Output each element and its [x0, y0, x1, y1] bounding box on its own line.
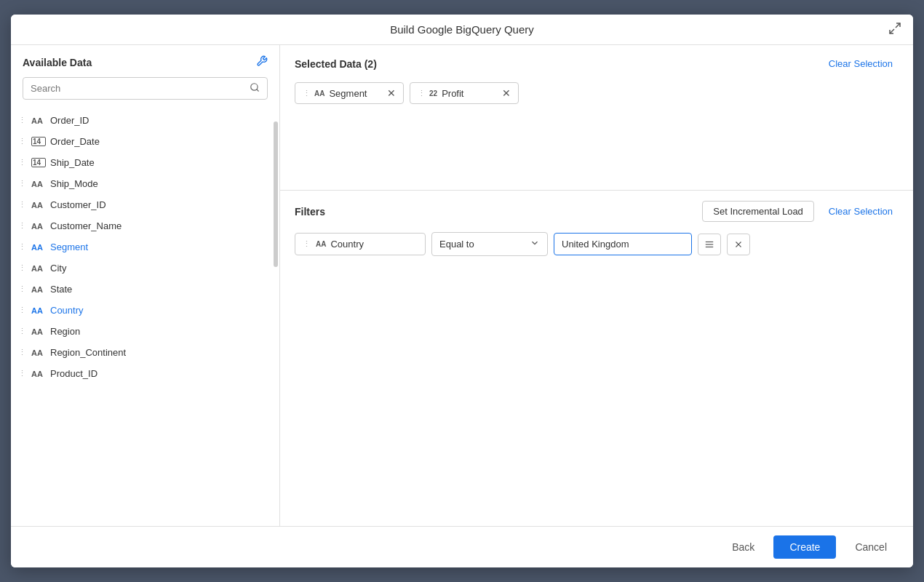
item-name-region_continent: Region_Continent — [50, 347, 126, 358]
chip-close-chip_profit[interactable]: ✕ — [502, 87, 511, 99]
item-name-region: Region — [50, 326, 80, 337]
main-modal: Build Google BigQuery Query Available Da… — [11, 15, 913, 567]
type-icon-product_id: AA — [31, 370, 46, 378]
set-incremental-button[interactable]: Set Incremental Load — [702, 201, 814, 222]
modal-title: Build Google BigQuery Query — [390, 23, 534, 36]
sidebar-header: Available Data — [11, 45, 279, 77]
drag-handle-customer_id: ⋮ — [18, 200, 25, 210]
chip-chip_segment: ⋮ AA Segment ✕ — [295, 82, 404, 104]
sidebar-item-region[interactable]: ⋮ AA Region — [11, 321, 279, 342]
chip-type-chip_profit: 22 — [429, 89, 437, 97]
type-icon-order_id: AA — [31, 116, 46, 125]
type-icon-ship_date: 14 — [31, 158, 46, 167]
search-input[interactable] — [31, 83, 250, 94]
selected-data-title: Selected Data (2) — [295, 58, 377, 70]
sidebar-item-country[interactable]: ⋮ AA Country — [11, 300, 279, 321]
type-icon-state: AA — [31, 285, 46, 294]
chip-close-chip_segment[interactable]: ✕ — [387, 87, 396, 99]
item-name-segment: Segment — [50, 242, 88, 252]
filter-field-filter_country: ⋮ AA Country — [295, 233, 426, 255]
drag-handle-order_id: ⋮ — [18, 116, 25, 125]
svg-line-0 — [896, 23, 900, 28]
type-icon-segment: AA — [31, 243, 46, 252]
type-icon-city: AA — [31, 264, 46, 273]
clear-selection-button-filters[interactable]: Clear Selection — [823, 203, 899, 220]
filters-header: Filters Set Incremental Load Clear Selec… — [295, 201, 899, 222]
sidebar-item-order_date[interactable]: ⋮ 14 Order_Date — [11, 131, 279, 152]
item-name-product_id: Product_ID — [50, 368, 97, 379]
sidebar-list: ⋮ AA Order_ID ⋮ 14 Order_Date ⋮ 14 Ship_… — [11, 107, 279, 387]
item-name-order_date: Order_Date — [50, 136, 100, 147]
filter-drag-filter_country: ⋮ — [303, 239, 310, 249]
sidebar-item-segment[interactable]: ⋮ AA Segment — [11, 236, 279, 258]
clear-selection-button-top[interactable]: Clear Selection — [823, 55, 899, 72]
type-icon-ship_mode: AA — [31, 180, 46, 188]
item-name-country: Country — [50, 305, 84, 316]
chevron-down-icon — [530, 238, 540, 250]
type-icon-order_date: 14 — [31, 137, 46, 146]
scrollbar[interactable] — [274, 121, 278, 267]
wrench-icon[interactable] — [256, 55, 268, 70]
sidebar-title: Available Data — [23, 57, 92, 68]
item-name-ship_mode: Ship_Mode — [50, 178, 98, 189]
drag-handle-state: ⋮ — [18, 284, 25, 294]
filter-value-filter_country[interactable] — [554, 233, 692, 255]
sidebar-item-ship_mode[interactable]: ⋮ AA Ship_Mode — [11, 173, 279, 194]
selected-chips: ⋮ AA Segment ✕ ⋮ 22 Profit ✕ — [295, 82, 899, 104]
drag-handle-product_id: ⋮ — [18, 369, 25, 378]
drag-handle-customer_name: ⋮ — [18, 221, 25, 231]
type-icon-customer_name: AA — [31, 222, 46, 231]
item-name-ship_date: Ship_Date — [50, 157, 95, 168]
filter-condition-filter_country[interactable]: Equal to — [431, 232, 548, 256]
cancel-button[interactable]: Cancel — [843, 535, 899, 559]
filters-section: Filters Set Incremental Load Clear Selec… — [280, 191, 913, 526]
type-icon-region: AA — [31, 327, 46, 336]
sidebar-item-state[interactable]: ⋮ AA State — [11, 279, 279, 300]
modal-header: Build Google BigQuery Query — [11, 15, 913, 45]
chip-name-chip_profit: Profit — [442, 88, 495, 99]
search-box[interactable] — [23, 77, 268, 100]
chip-drag-chip_profit: ⋮ — [418, 89, 425, 98]
create-button[interactable]: Create — [773, 535, 836, 559]
sidebar: Available Data ⋮ — [11, 45, 280, 526]
main-content: Selected Data (2) Clear Selection ⋮ AA S… — [280, 45, 913, 526]
chip-chip_profit: ⋮ 22 Profit ✕ — [410, 82, 519, 104]
item-name-state: State — [50, 284, 72, 295]
filters-actions: Set Incremental Load Clear Selection — [702, 201, 899, 222]
drag-handle-region: ⋮ — [18, 327, 25, 336]
expand-icon[interactable] — [888, 22, 901, 38]
drag-handle-ship_mode: ⋮ — [18, 179, 25, 188]
chip-drag-chip_segment: ⋮ — [303, 89, 310, 98]
drag-handle-order_date: ⋮ — [18, 137, 25, 146]
selected-data-header: Selected Data (2) Clear Selection — [295, 55, 899, 72]
filter-rows: ⋮ AA Country Equal to — [295, 232, 899, 256]
chip-name-chip_segment: Segment — [329, 88, 380, 99]
modal-footer: Back Create Cancel — [11, 526, 913, 567]
filter-list-icon-filter_country[interactable] — [698, 234, 721, 255]
sidebar-item-city[interactable]: ⋮ AA City — [11, 258, 279, 279]
drag-handle-city: ⋮ — [18, 263, 25, 273]
item-name-customer_id: Customer_ID — [50, 199, 106, 210]
svg-line-1 — [890, 29, 894, 33]
item-name-customer_name: Customer_Name — [50, 220, 122, 231]
type-icon-region_continent: AA — [31, 348, 46, 357]
sidebar-item-product_id[interactable]: ⋮ AA Product_ID — [11, 363, 279, 384]
selected-data-section: Selected Data (2) Clear Selection ⋮ AA S… — [280, 45, 913, 191]
chip-type-chip_segment: AA — [314, 89, 324, 97]
sidebar-item-ship_date[interactable]: ⋮ 14 Ship_Date — [11, 152, 279, 173]
back-button[interactable]: Back — [720, 535, 766, 559]
modal-body: Available Data ⋮ — [11, 45, 913, 526]
type-icon-customer_id: AA — [31, 201, 46, 210]
filter-condition-label-filter_country: Equal to — [439, 239, 474, 250]
sidebar-item-order_id[interactable]: ⋮ AA Order_ID — [11, 110, 279, 131]
drag-handle-segment: ⋮ — [18, 242, 25, 252]
sidebar-item-customer_name[interactable]: ⋮ AA Customer_Name — [11, 215, 279, 236]
filter-close-icon-filter_country[interactable] — [727, 234, 750, 255]
drag-handle-region_continent: ⋮ — [18, 348, 25, 357]
sidebar-item-customer_id[interactable]: ⋮ AA Customer_ID — [11, 194, 279, 215]
drag-handle-country: ⋮ — [18, 306, 25, 315]
search-icon — [250, 82, 260, 95]
drag-handle-ship_date: ⋮ — [18, 158, 25, 167]
sidebar-item-region_continent[interactable]: ⋮ AA Region_Continent — [11, 342, 279, 363]
type-icon-country: AA — [31, 306, 46, 315]
